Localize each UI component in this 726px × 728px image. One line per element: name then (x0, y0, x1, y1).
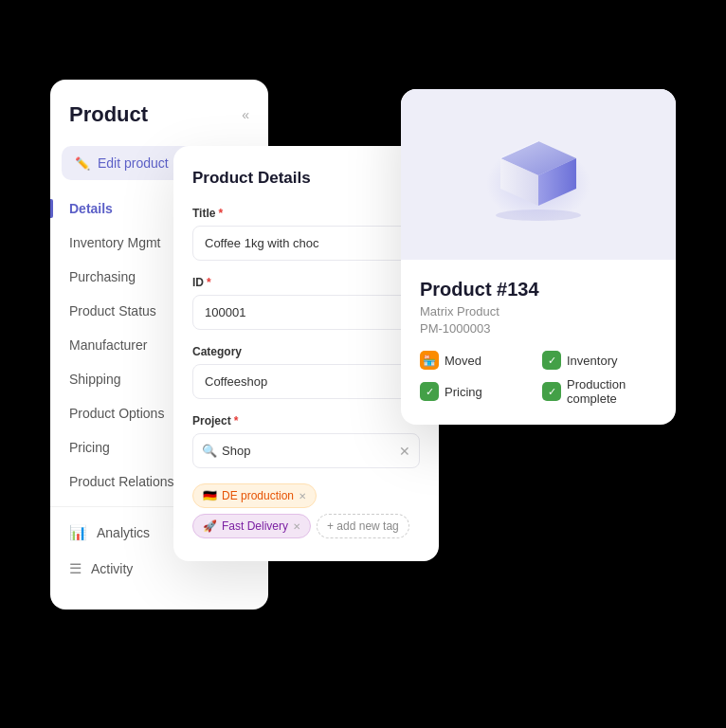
badge-moved-icon: 🏪 (420, 351, 439, 370)
collapse-button[interactable]: « (242, 107, 249, 122)
add-new-tag-button[interactable]: + add new tag (317, 514, 409, 538)
title-label: Title * (192, 207, 420, 220)
project-field-group: Project * 🔍 ✕ (192, 414, 420, 468)
sidebar-title: Product (69, 102, 148, 127)
tag-fast-label: Fast Delivery (222, 519, 288, 533)
edit-product-left: ✏️ Edit product (75, 155, 169, 171)
form-panel: Product Details Title * ID * Category Pr… (173, 146, 439, 561)
badge-production-label: Production complete (567, 377, 657, 406)
title-input[interactable] (192, 226, 420, 261)
badge-production-complete: ✓ Production complete (542, 377, 657, 406)
badge-production-icon: ✓ (542, 382, 561, 401)
badge-inventory-icon: ✓ (542, 351, 561, 370)
tag-de-production[interactable]: 🇩🇪 DE production ✕ (192, 483, 317, 508)
product-sku: PM-1000003 (420, 321, 657, 336)
analytics-label: Analytics (97, 525, 150, 540)
badge-pricing-icon: ✓ (420, 382, 439, 401)
badges-grid: 🏪 Moved ✓ Inventory ✓ Pricing ✓ Producti… (420, 351, 657, 406)
badge-pricing: ✓ Pricing (420, 377, 535, 406)
product-number: Product #134 (420, 279, 657, 300)
clear-icon[interactable]: ✕ (399, 444, 410, 459)
category-label: Category (192, 345, 420, 358)
product-type: Matrix Product (420, 304, 657, 318)
edit-icon: ✏️ (75, 156, 90, 171)
tag-fast-delivery[interactable]: 🚀 Fast Delivery ✕ (192, 514, 311, 538)
badge-inventory: ✓ Inventory (542, 351, 657, 370)
project-label: Project * (192, 414, 420, 428)
activity-label: Activity (91, 561, 133, 576)
category-field-group: Category (192, 345, 420, 399)
tag-de-close-icon[interactable]: ✕ (299, 491, 306, 501)
required-asterisk-project: * (234, 414, 239, 428)
form-title: Product Details (192, 169, 420, 188)
activity-icon: ☰ (69, 560, 82, 577)
title-field-group: Title * (192, 207, 420, 261)
category-input[interactable] (192, 364, 420, 399)
badge-inventory-label: Inventory (567, 354, 617, 368)
product-image-area (401, 89, 676, 260)
tag-rocket-icon: 🚀 (203, 519, 217, 533)
tag-de-label: DE production (222, 489, 294, 502)
required-asterisk-id: * (207, 276, 211, 289)
project-search-wrapper: 🔍 ✕ (192, 433, 420, 468)
badge-moved: 🏪 Moved (420, 351, 535, 370)
id-label: ID * (192, 276, 420, 289)
tag-fast-close-icon[interactable]: ✕ (293, 521, 300, 532)
tags-row: 🇩🇪 DE production ✕ 🚀 Fast Delivery ✕ + a… (192, 483, 420, 538)
search-icon: 🔍 (202, 444, 217, 458)
analytics-icon: 📊 (69, 524, 87, 541)
project-search-input[interactable] (192, 433, 420, 468)
badge-moved-label: Moved (445, 354, 481, 368)
sidebar-header: Product « (50, 102, 268, 146)
add-tag-label: + add new tag (327, 519, 399, 533)
product-info: Product #134 Matrix Product PM-1000003 🏪… (401, 260, 676, 425)
tag-flag-icon: 🇩🇪 (203, 489, 217, 502)
product-card: Product #134 Matrix Product PM-1000003 🏪… (401, 89, 676, 425)
product-3d-image (472, 122, 605, 227)
id-input[interactable] (192, 295, 420, 330)
required-asterisk: * (218, 207, 223, 220)
edit-product-label: Edit product (98, 155, 169, 171)
badge-pricing-label: Pricing (445, 385, 482, 399)
id-field-group: ID * (192, 276, 420, 330)
